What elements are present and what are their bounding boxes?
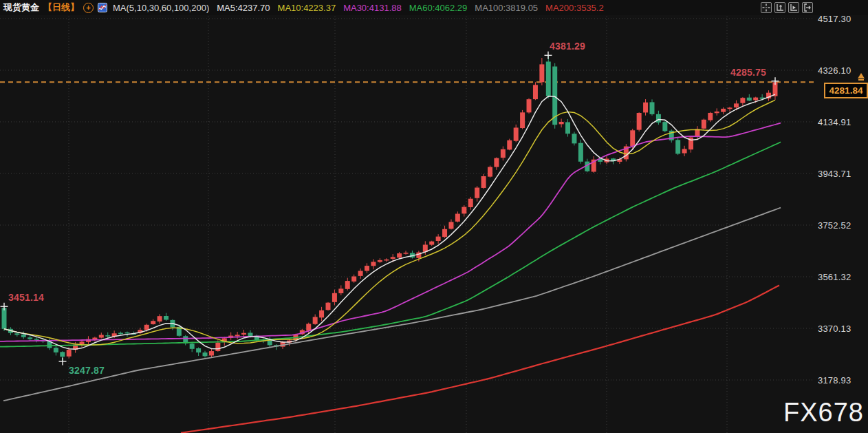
- candle: [397, 253, 402, 257]
- candle: [338, 288, 343, 293]
- candle: [728, 107, 733, 109]
- price-annotation: 4285.75: [730, 67, 766, 78]
- candle: [371, 262, 376, 266]
- candle: [494, 158, 499, 167]
- candlestick-chart[interactable]: [0, 0, 815, 433]
- candle: [54, 348, 58, 352]
- current-price-tag: 4281.84: [824, 83, 868, 98]
- candle: [656, 114, 661, 123]
- ma-line-MA5: [4, 94, 775, 349]
- candle: [215, 343, 220, 351]
- candle: [527, 99, 532, 112]
- candle: [565, 122, 570, 134]
- candle: [235, 335, 240, 336]
- candle: [643, 103, 648, 113]
- ma-line-MA100: [3, 208, 781, 401]
- ma-value-MA200: MA200:3535.2: [545, 3, 604, 13]
- candle: [319, 310, 324, 318]
- candle: [105, 335, 110, 337]
- candle: [442, 229, 447, 237]
- period-label: 【日线】: [43, 1, 79, 14]
- y-axis-label: 3752.52: [818, 220, 851, 230]
- candle: [650, 102, 655, 114]
- candle: [572, 134, 576, 143]
- candle: [384, 260, 389, 261]
- candle: [436, 237, 441, 241]
- ma-legend-label: MA(5,10,30,60,100,200): [113, 3, 209, 13]
- candle: [28, 337, 32, 339]
- candle: [501, 149, 506, 158]
- candle: [675, 140, 680, 154]
- header-bar: 现货黄金 【日线】 + MA(5,10,30,60,100,200) MA5:4…: [0, 0, 868, 15]
- candle: [351, 277, 356, 282]
- candle: [203, 352, 208, 356]
- candle: [306, 324, 311, 330]
- ma-value-MA5: MA5:4237.70: [217, 3, 270, 13]
- candle: [462, 207, 466, 214]
- candle: [514, 127, 519, 140]
- candle: [326, 303, 331, 310]
- price-up-arrow-icon: [858, 73, 865, 78]
- candle: [164, 316, 169, 320]
- candle: [682, 149, 687, 153]
- candle: [578, 143, 583, 162]
- pan-right-icon[interactable]: [802, 2, 813, 13]
- y-axis-label: 3370.13: [818, 323, 851, 333]
- ma-line-MA30: [0, 123, 781, 341]
- y-axis-label: 3178.93: [818, 375, 851, 386]
- candle: [481, 176, 486, 188]
- candle: [34, 339, 39, 340]
- candle: [533, 85, 538, 99]
- y-axis-label: 4134.91: [818, 116, 851, 127]
- candle: [118, 332, 123, 334]
- candle: [268, 340, 272, 345]
- candle: [455, 214, 460, 222]
- candle: [209, 351, 214, 355]
- mini-line-chart-icon[interactable]: [98, 3, 107, 12]
- candle: [507, 140, 512, 150]
- candle: [2, 308, 7, 329]
- candle: [365, 266, 369, 271]
- ma-value-MA10: MA10:4223.37: [278, 3, 336, 13]
- watermark: FX678: [783, 398, 864, 427]
- candle: [559, 122, 564, 124]
- candle: [662, 122, 667, 131]
- price-annotation: 4381.29: [550, 41, 585, 52]
- candle: [241, 333, 246, 335]
- ma-line-MA200: [181, 285, 779, 433]
- candle: [702, 120, 706, 129]
- candle: [313, 317, 318, 324]
- candle: [21, 335, 26, 337]
- candle: [468, 199, 473, 207]
- candle: [488, 167, 492, 177]
- y-axis-label: 3943.71: [818, 169, 851, 179]
- axis-play-icon[interactable]: [788, 2, 799, 13]
- candle: [404, 253, 409, 254]
- axis-scale-up-icon[interactable]: [774, 2, 785, 13]
- candle: [151, 321, 155, 324]
- candle: [67, 350, 72, 357]
- candle: [539, 64, 544, 82]
- ma-value-MA100: MA100:3819.05: [475, 3, 538, 13]
- candle: [721, 109, 726, 112]
- y-axis-label: 4326.10: [818, 65, 851, 76]
- candle: [448, 222, 453, 229]
- crosshair-move-icon[interactable]: [761, 2, 772, 13]
- candle: [740, 98, 745, 103]
- ma-line-MA60: [0, 142, 781, 346]
- grid: [0, 17, 814, 433]
- ma-line-MA10: [4, 100, 775, 345]
- candle: [637, 113, 642, 130]
- circle-plus-icon[interactable]: +: [83, 3, 94, 13]
- candle: [248, 332, 252, 336]
- chart-toolbar: [761, 2, 813, 13]
- ma-value-MA30: MA30:4131.88: [343, 3, 402, 13]
- ma-value-MA60: MA60:4062.29: [409, 3, 468, 13]
- ma-legend: MA(5,10,30,60,100,200) MA5:4237.70MA10:4…: [113, 3, 604, 13]
- candle: [124, 332, 129, 334]
- candle: [158, 316, 162, 321]
- candle: [429, 242, 434, 245]
- candle: [546, 61, 551, 96]
- candle: [60, 352, 65, 357]
- candle: [708, 113, 713, 120]
